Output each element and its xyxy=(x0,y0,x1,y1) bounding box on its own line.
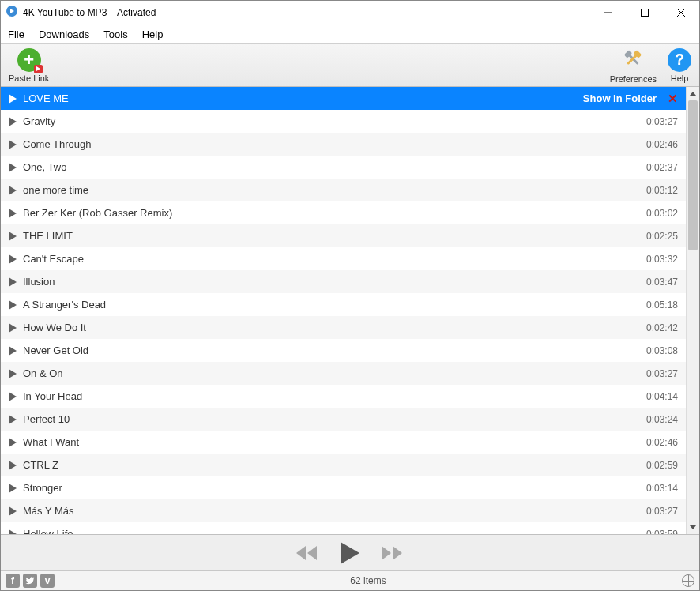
scroll-down-button[interactable] xyxy=(687,521,699,534)
show-in-folder-link[interactable]: Show in Folder xyxy=(583,92,657,104)
window-controls xyxy=(590,1,699,24)
vimeo-icon[interactable]: v xyxy=(40,574,55,588)
track-title: one more time xyxy=(23,184,646,196)
track-row[interactable]: A Stranger's Dead0:05:18 xyxy=(1,293,686,316)
track-row[interactable]: Hollow Life0:03:59 xyxy=(1,522,686,534)
delete-icon[interactable]: ✕ xyxy=(668,92,678,106)
track-row[interactable]: one more time0:03:12 xyxy=(1,179,686,201)
track-duration: 0:02:59 xyxy=(646,460,678,471)
track-title: Never Get Old xyxy=(23,344,646,356)
track-title: On & On xyxy=(23,367,646,379)
track-row[interactable]: Perfect 100:03:24 xyxy=(1,408,686,431)
play-icon xyxy=(9,369,17,378)
paste-link-button[interactable]: Paste Link xyxy=(9,48,49,83)
track-title: Más Y Más xyxy=(23,505,646,517)
track-title: LOVE ME xyxy=(23,92,583,104)
menu-tools[interactable]: Tools xyxy=(103,28,127,40)
track-row[interactable]: Illusion0:03:47 xyxy=(1,270,686,293)
player-controls xyxy=(1,535,699,571)
track-row[interactable]: Más Y Más0:03:27 xyxy=(1,499,686,522)
track-row[interactable]: What I Want0:02:46 xyxy=(1,431,686,454)
status-item-count: 62 items xyxy=(350,575,386,586)
vertical-scrollbar[interactable] xyxy=(686,87,699,534)
play-icon xyxy=(9,461,17,470)
track-duration: 0:03:12 xyxy=(646,185,678,196)
track-row[interactable]: How We Do It0:02:42 xyxy=(1,316,686,339)
menu-help[interactable]: Help xyxy=(142,28,164,40)
play-icon xyxy=(9,94,17,104)
preferences-button[interactable]: Preferences xyxy=(610,47,657,84)
track-duration: 0:03:32 xyxy=(646,254,678,265)
track-row[interactable]: THE LIMIT0:02:25 xyxy=(1,224,686,247)
track-duration: 0:02:37 xyxy=(646,162,678,173)
next-button[interactable] xyxy=(382,546,404,560)
play-icon xyxy=(9,300,17,310)
track-row[interactable]: One, Two0:02:37 xyxy=(1,156,686,179)
play-icon xyxy=(9,209,17,218)
track-duration: 0:04:14 xyxy=(646,391,678,402)
preferences-icon xyxy=(621,47,645,73)
track-list[interactable]: LOVE ME Show in Folder ✕ Gravity0:03:27C… xyxy=(1,87,686,534)
paste-link-label: Paste Link xyxy=(9,73,49,83)
window-titlebar: 4K YouTube to MP3 – Activated xyxy=(1,1,699,24)
track-duration: 0:02:46 xyxy=(646,437,678,448)
track-title: Can't Escape xyxy=(23,253,646,265)
help-icon: ? xyxy=(668,48,691,72)
track-title: In Your Head xyxy=(23,390,646,402)
track-duration: 0:03:27 xyxy=(646,116,678,127)
play-icon xyxy=(9,484,17,493)
play-icon xyxy=(9,529,17,535)
play-icon xyxy=(9,117,17,126)
track-row[interactable]: CTRL Z0:02:59 xyxy=(1,454,686,476)
social-links: f v xyxy=(6,574,55,588)
track-duration: 0:02:42 xyxy=(646,322,678,333)
help-button[interactable]: ? Help xyxy=(668,48,691,83)
track-row[interactable]: Never Get Old0:03:08 xyxy=(1,339,686,362)
statusbar: f v 62 items xyxy=(1,571,699,590)
track-duration: 0:03:02 xyxy=(646,208,678,219)
minimize-button[interactable] xyxy=(590,1,627,24)
track-duration: 0:03:27 xyxy=(646,506,678,517)
scroll-track[interactable] xyxy=(687,100,699,521)
twitter-icon[interactable] xyxy=(23,574,37,588)
track-row[interactable]: Come Through0:02:46 xyxy=(1,133,686,156)
track-title: Perfect 10 xyxy=(23,413,646,425)
track-row[interactable]: Stronger0:03:14 xyxy=(1,476,686,499)
preferences-label: Preferences xyxy=(610,74,657,84)
track-row[interactable]: In Your Head0:04:14 xyxy=(1,385,686,408)
track-title: Hollow Life xyxy=(23,528,646,534)
menu-downloads[interactable]: Downloads xyxy=(39,28,89,40)
track-title: Ber Zer Ker (Rob Gasser Remix) xyxy=(23,207,646,219)
track-row[interactable]: Ber Zer Ker (Rob Gasser Remix)0:03:02 xyxy=(1,201,686,224)
facebook-icon[interactable]: f xyxy=(6,574,20,588)
track-duration: 0:02:46 xyxy=(646,139,678,150)
toolbar: Paste Link Preferences ? Hel xyxy=(1,43,699,87)
track-row[interactable]: Gravity0:03:27 xyxy=(1,110,686,133)
previous-button[interactable] xyxy=(296,546,318,560)
close-button[interactable] xyxy=(663,1,699,24)
play-icon xyxy=(9,415,17,424)
track-duration: 0:03:59 xyxy=(646,529,678,535)
track-row-selected[interactable]: LOVE ME Show in Folder ✕ xyxy=(1,87,686,110)
play-icon xyxy=(9,346,17,356)
play-button[interactable] xyxy=(341,542,359,564)
help-label: Help xyxy=(671,73,689,83)
track-title: A Stranger's Dead xyxy=(23,299,646,311)
language-icon[interactable] xyxy=(682,574,694,587)
track-row[interactable]: Can't Escape0:03:32 xyxy=(1,247,686,270)
track-row[interactable]: On & On0:03:27 xyxy=(1,362,686,385)
scroll-thumb[interactable] xyxy=(688,100,698,250)
play-icon xyxy=(9,163,17,172)
svg-rect-2 xyxy=(642,9,649,17)
play-icon xyxy=(9,392,17,401)
track-duration: 0:03:14 xyxy=(646,483,678,494)
app-icon xyxy=(6,5,18,21)
track-duration: 0:02:25 xyxy=(646,231,678,242)
maximize-button[interactable] xyxy=(627,1,663,24)
menu-file[interactable]: File xyxy=(8,28,24,40)
track-duration: 0:03:24 xyxy=(646,414,678,425)
track-title: CTRL Z xyxy=(23,459,646,471)
track-duration: 0:03:27 xyxy=(646,368,678,379)
scroll-up-button[interactable] xyxy=(687,87,699,100)
track-duration: 0:03:08 xyxy=(646,345,678,356)
